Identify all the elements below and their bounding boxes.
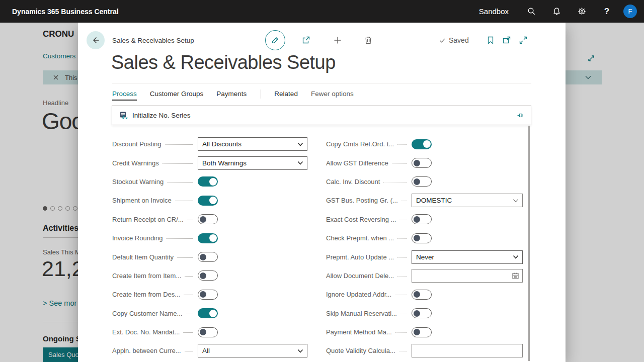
field-row-prepmt-auto-update: Prepmt. Auto Update ...Never — [326, 247, 523, 266]
dotted-leader — [399, 220, 407, 220]
bookmark-button[interactable] — [486, 35, 496, 45]
field-value: All Discounts — [202, 140, 296, 148]
fullscreen-button[interactable] — [518, 35, 528, 45]
control-slot: DOMESTIC — [412, 194, 523, 207]
dotted-leader — [167, 182, 193, 183]
tab-fewer-options[interactable]: Fewer options — [311, 90, 354, 101]
field-row-calc-inv-discount: Calc. Inv. Discount — [326, 172, 523, 191]
field-row-copy-cmts-ret-ord-t: Copy Cmts Ret.Ord. t... — [326, 135, 523, 153]
notifications-bell-icon[interactable] — [544, 0, 569, 23]
settings-gear-icon[interactable] — [569, 0, 594, 23]
dotted-leader — [177, 257, 193, 258]
toggle-knob — [209, 310, 217, 317]
field-row-quote-validity-calcula: Quote Validity Calcula... — [326, 341, 523, 360]
chevron-down-icon — [296, 140, 304, 148]
share-icon — [301, 35, 311, 45]
toggle-ignore-updated-addr[interactable] — [412, 290, 432, 300]
dotted-leader — [397, 238, 407, 239]
breadcrumb: Sales & Receivables Setup — [112, 37, 194, 44]
control-slot — [198, 308, 307, 318]
toggle-stockout-warning[interactable] — [198, 176, 218, 187]
date-field-allow-document-dele[interactable] — [412, 269, 523, 283]
toggle-exact-cost-reversing[interactable] — [412, 214, 432, 224]
topbar-actions: Sandbox ? F — [479, 0, 644, 23]
dotted-leader — [185, 351, 193, 351]
toggle-create-item-from-item[interactable] — [198, 270, 218, 281]
toggle-knob — [200, 254, 206, 260]
text-field-quote-validity-calcula[interactable] — [412, 344, 523, 357]
select-credit-warnings[interactable]: Both Warnings — [198, 156, 307, 170]
field-label: Stockout Warning — [112, 178, 164, 186]
field-label: Exact Cost Reversing ... — [326, 216, 396, 223]
select-appln-between-curre[interactable]: All — [198, 344, 307, 357]
trash-icon — [363, 35, 373, 45]
toggle-copy-cmts-ret-ord-t[interactable] — [412, 139, 432, 149]
user-avatar[interactable]: F — [623, 5, 637, 18]
field-row-check-prepmt-when: Check Prepmt. when ... — [326, 229, 523, 247]
chevron-down-icon — [512, 197, 520, 205]
field-row-appln-between-curre: Appln. between Curre...All — [112, 341, 307, 360]
toggle-ext-doc-no-mandat[interactable] — [198, 327, 218, 337]
new-button[interactable] — [333, 35, 343, 45]
tab-customer-groups[interactable]: Customer Groups — [150, 90, 204, 101]
toggle-knob — [414, 291, 420, 298]
tab-payments[interactable]: Payments — [216, 90, 247, 101]
chevron-down-icon — [296, 347, 304, 355]
tab-related[interactable]: Related — [274, 90, 298, 101]
edit-button[interactable] — [265, 30, 285, 50]
dotted-leader — [383, 182, 407, 183]
toggle-calc-inv-discount[interactable] — [412, 176, 432, 187]
toggle-check-prepmt-when[interactable] — [412, 233, 432, 243]
toggle-return-receipt-on-cr[interactable] — [198, 214, 218, 224]
toggle-create-item-from-des[interactable] — [198, 290, 218, 300]
toggle-shipment-on-invoice[interactable] — [198, 196, 218, 206]
toggle-invoice-rounding[interactable] — [198, 233, 218, 243]
help-icon[interactable]: ? — [594, 0, 619, 23]
dotted-leader — [395, 332, 407, 333]
toggle-knob — [200, 291, 206, 298]
initialize-no-series-action[interactable]: Initialize No. Series — [112, 105, 531, 125]
control-slot — [412, 269, 523, 283]
dotted-leader — [166, 238, 193, 239]
control-slot — [412, 158, 523, 168]
field-label: Prepmt. Auto Update ... — [326, 253, 394, 261]
field-label: Return Receipt on CR/... — [112, 216, 184, 223]
toggle-copy-customer-name[interactable] — [198, 308, 218, 318]
toggle-knob — [414, 160, 420, 166]
field-row-skip-manual-reservati: Skip Manual Reservati... — [326, 304, 523, 323]
delete-button[interactable] — [363, 35, 373, 45]
dotted-leader — [187, 220, 193, 220]
chevron-down-icon — [512, 253, 520, 261]
control-slot — [198, 290, 307, 300]
toggle-allow-gst-difference[interactable] — [412, 158, 432, 168]
field-value: Never — [416, 253, 512, 261]
pencil-icon — [270, 35, 280, 45]
combobox-gst-bus-posting-gr[interactable]: DOMESTIC — [412, 194, 523, 207]
control-slot — [198, 196, 307, 206]
control-slot — [198, 270, 307, 281]
search-icon[interactable] — [519, 0, 544, 23]
field-value: Both Warnings — [202, 159, 296, 167]
vertical-scrollbar[interactable] — [528, 126, 530, 361]
toggle-skip-manual-reservati[interactable] — [412, 308, 432, 318]
action-label: Initialize No. Series — [132, 112, 191, 119]
field-row-create-item-from-item: Create Item from Item... — [112, 266, 307, 285]
control-slot — [198, 214, 307, 224]
select-prepmt-auto-update[interactable]: Never — [412, 250, 523, 264]
pin-icon[interactable] — [516, 111, 525, 120]
select-discount-posting[interactable]: All Discounts — [198, 137, 307, 151]
share-button[interactable] — [301, 35, 311, 45]
back-button[interactable] — [87, 31, 105, 49]
field-label: Discount Posting — [112, 140, 162, 148]
tab-process[interactable]: Process — [112, 90, 137, 101]
environment-label: Sandbox — [479, 7, 509, 16]
open-in-window-button[interactable] — [502, 35, 512, 45]
field-value: All — [202, 347, 296, 354]
toggle-payment-method-ma[interactable] — [412, 327, 432, 337]
field-label: Skip Manual Reservati... — [326, 310, 397, 317]
top-navigation-bar: Dynamics 365 Business Central Sandbox ? … — [0, 0, 644, 23]
dotted-leader — [401, 201, 407, 201]
toggle-default-item-quantity[interactable] — [198, 252, 218, 262]
field-row-gst-bus-posting-gr: GST Bus. Posting Gr. (...DOMESTIC — [326, 191, 523, 210]
dotted-leader — [175, 201, 193, 201]
